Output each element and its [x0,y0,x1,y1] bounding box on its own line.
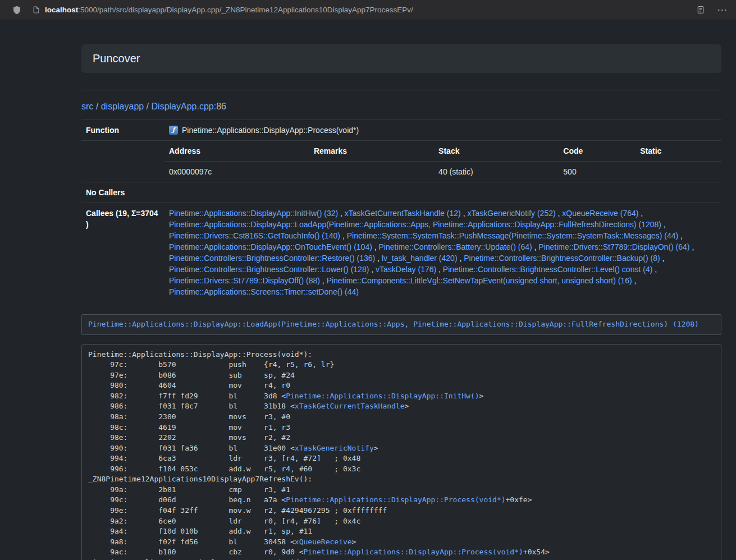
callee-link[interactable]: Pinetime::Controllers::BrightnessControl… [464,254,660,263]
page-container: Puncover src / displayapp / DisplayApp.c… [81,44,721,560]
stats-header-remarks: Remarks [309,141,434,162]
selected-symbol-link[interactable]: Pinetime::Applications::DisplayApp::Load… [88,320,699,328]
selected-symbol-row: Pinetime::Applications::DisplayApp::Load… [81,314,721,335]
breadcrumb-text: / [93,102,100,111]
code-symbol-link[interactable]: Pinetime::Applications::DisplayApp::Proc… [286,495,505,504]
no-callers-row: No Callers [81,182,721,203]
assembly-code: Pinetime::Applications::DisplayApp::Proc… [81,344,721,560]
stats-header-stack: Stack [434,141,559,162]
function-name: Pinetime::Applications::DisplayApp::Proc… [182,125,359,136]
callee-link[interactable]: Pinetime::Applications::DisplayApp::OnTo… [169,242,372,251]
reader-view-icon[interactable] [697,5,705,15]
callees-row: Callees (19, Σ=3704 ) Pinetime::Applicat… [81,203,721,302]
callee-link[interactable]: vTaskDelay (176) [376,265,436,274]
code-symbol-link[interactable]: Pinetime::Applications::DisplayApp::Proc… [304,548,523,556]
callee-link[interactable]: Pinetime::Controllers::BrightnessControl… [443,265,652,274]
code-symbol-link[interactable]: Pinetime::Applications::DisplayApp::Init… [286,392,479,400]
app-title: Puncover [93,52,710,65]
callee-link[interactable]: Pinetime::System::SystemTask::PushMessag… [347,231,679,240]
callee-link[interactable]: Pinetime::Applications::DisplayApp::Load… [169,220,661,229]
code-symbol-link[interactable]: xTaskGenericNotify [295,444,374,452]
breadcrumb-text: 86 [216,102,226,111]
callee-link[interactable]: Pinetime::Components::LittleVgl::SetNewT… [327,276,632,285]
function-row-label: Function [81,120,164,141]
url-path: :5000/path/src/displayapp/DisplayApp.cpp… [78,6,413,14]
function-row: Function ƒ Pinetime::Applications::Displ… [81,120,721,141]
callee-link[interactable]: xTaskGenericNotify (252) [467,209,555,218]
stats-table: Address Remarks Stack Code Static 0x0000… [164,141,721,182]
breadcrumb-link[interactable]: src [81,102,93,111]
callees-label: Callees (19, Σ=3704 ) [81,203,164,302]
stats-value-static [636,162,721,182]
callee-link[interactable]: Pinetime::Drivers::St7789::DisplayOff() … [169,276,320,285]
breadcrumb-link[interactable]: displayapp [101,102,144,111]
address-bar[interactable]: localhost:5000/path/src/displayapp/Displ… [45,6,687,14]
callee-link[interactable]: Pinetime::Controllers::BrightnessControl… [169,254,375,263]
stats-value-remarks [309,162,434,182]
breadcrumb: src / displayapp / DisplayApp.cpp:86 [81,102,721,112]
callee-link[interactable]: Pinetime::Drivers::Cst816S::GetTouchInfo… [169,231,340,240]
function-icon: ƒ [169,126,178,135]
page-icon[interactable] [33,6,40,14]
stats-value-stack: 40 (static) [434,162,559,182]
stats-header-static: Static [636,141,721,162]
callee-link[interactable]: Pinetime::Applications::Screens::Timer::… [169,287,359,296]
callee-link[interactable]: lv_task_handler (420) [382,254,458,263]
shield-icon[interactable] [12,5,21,15]
callee-link[interactable]: xTaskGetCurrentTaskHandle (12) [345,209,461,218]
callee-link[interactable]: Pinetime::Applications::DisplayApp::Init… [169,209,338,218]
code-symbol-link[interactable]: xTaskGetCurrentTaskHandle [295,402,405,410]
no-callers-label: No Callers [81,182,164,203]
browser-chrome: localhost:5000/path/src/displayapp/Displ… [0,0,736,20]
url-host: localhost [45,6,78,14]
callees-list: Pinetime::Applications::DisplayApp::Init… [164,203,721,302]
callee-link[interactable]: Pinetime::Controllers::BrightnessControl… [169,265,369,274]
stats-header-address: Address [164,141,309,162]
callee-link[interactable]: xQueueReceive (764) [562,209,638,218]
divider [81,90,721,90]
stats-header-code: Code [559,141,636,162]
kebab-menu-icon[interactable]: ⋯ [717,4,728,15]
stats-value-code: 500 [559,162,636,182]
breadcrumb-text: / [144,102,151,111]
stats-value-address: 0x0000097c [164,162,309,182]
callee-link[interactable]: Pinetime::Drivers::St7789::DisplayOn() (… [538,242,689,251]
breadcrumb-link[interactable]: DisplayApp.cpp: [152,102,217,111]
stats-row: Address Remarks Stack Code Static 0x0000… [81,141,721,182]
app-header: Puncover [81,44,721,73]
symbol-table: Function ƒ Pinetime::Applications::Displ… [81,120,721,302]
callee-link[interactable]: Pinetime::Controllers::Battery::Update()… [379,242,532,251]
code-symbol-link[interactable]: xQueueReceive [295,538,352,546]
